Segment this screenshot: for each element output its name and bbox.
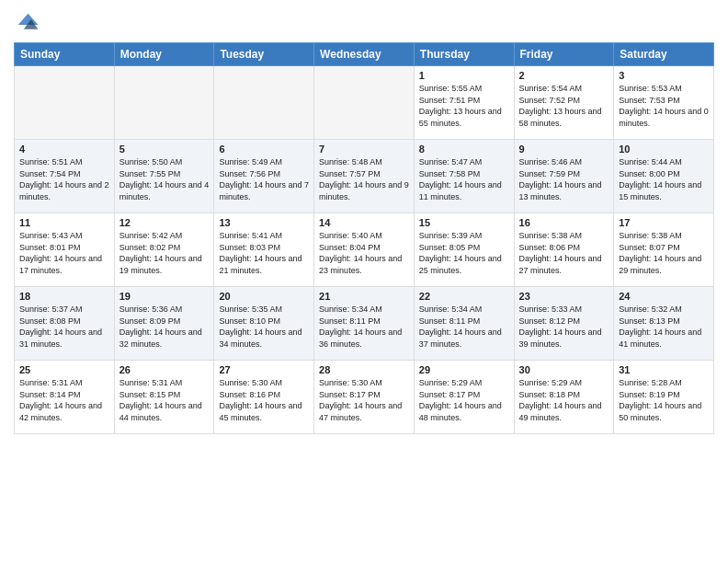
calendar-cell: 4 Sunrise: 5:51 AM Sunset: 7:54 PM Dayli… <box>15 140 115 213</box>
day-info: Sunrise: 5:49 AM Sunset: 7:56 PM Dayligh… <box>219 156 309 202</box>
day-info: Sunrise: 5:38 AM Sunset: 8:06 PM Dayligh… <box>519 230 609 276</box>
calendar-cell: 18 Sunrise: 5:37 AM Sunset: 8:08 PM Dayl… <box>15 287 115 361</box>
weekday-header-thursday: Thursday <box>414 43 514 66</box>
week-row-2: 4 Sunrise: 5:51 AM Sunset: 7:54 PM Dayli… <box>15 140 714 213</box>
day-info: Sunrise: 5:29 AM Sunset: 8:18 PM Dayligh… <box>519 377 609 423</box>
calendar-cell: 27 Sunrise: 5:30 AM Sunset: 8:16 PM Dayl… <box>214 361 314 434</box>
day-info: Sunrise: 5:34 AM Sunset: 8:11 PM Dayligh… <box>319 304 409 350</box>
day-number: 5 <box>119 144 210 155</box>
calendar-cell: 13 Sunrise: 5:41 AM Sunset: 8:03 PM Dayl… <box>214 213 314 287</box>
day-number: 28 <box>319 364 409 375</box>
day-number: 15 <box>419 217 509 228</box>
calendar-cell: 21 Sunrise: 5:34 AM Sunset: 8:11 PM Dayl… <box>314 287 415 361</box>
week-row-4: 18 Sunrise: 5:37 AM Sunset: 8:08 PM Dayl… <box>15 287 714 361</box>
weekday-header-saturday: Saturday <box>614 43 714 66</box>
calendar-cell: 14 Sunrise: 5:40 AM Sunset: 8:04 PM Dayl… <box>314 213 415 287</box>
calendar-cell: 29 Sunrise: 5:29 AM Sunset: 8:17 PM Dayl… <box>414 361 514 434</box>
calendar-cell: 6 Sunrise: 5:49 AM Sunset: 7:56 PM Dayli… <box>214 140 314 213</box>
day-number: 22 <box>419 291 509 302</box>
day-number: 31 <box>619 364 709 375</box>
day-info: Sunrise: 5:48 AM Sunset: 7:57 PM Dayligh… <box>319 156 409 202</box>
day-number: 9 <box>519 144 609 155</box>
day-info: Sunrise: 5:28 AM Sunset: 8:19 PM Dayligh… <box>619 377 709 423</box>
weekday-header-sunday: Sunday <box>15 43 115 66</box>
day-number: 13 <box>219 217 309 228</box>
day-number: 17 <box>619 217 709 228</box>
weekday-header-tuesday: Tuesday <box>214 43 314 66</box>
day-info: Sunrise: 5:31 AM Sunset: 8:15 PM Dayligh… <box>119 377 210 423</box>
day-number: 19 <box>119 291 210 302</box>
page: SundayMondayTuesdayWednesdayThursdayFrid… <box>0 0 728 443</box>
day-number: 29 <box>419 364 509 375</box>
calendar-cell: 12 Sunrise: 5:42 AM Sunset: 8:02 PM Dayl… <box>114 213 214 287</box>
calendar: SundayMondayTuesdayWednesdayThursdayFrid… <box>14 42 714 434</box>
day-number: 11 <box>19 217 109 228</box>
day-info: Sunrise: 5:33 AM Sunset: 8:12 PM Dayligh… <box>519 304 609 350</box>
calendar-cell: 20 Sunrise: 5:35 AM Sunset: 8:10 PM Dayl… <box>214 287 314 361</box>
day-number: 12 <box>119 217 210 228</box>
day-number: 4 <box>19 144 109 155</box>
day-info: Sunrise: 5:42 AM Sunset: 8:02 PM Dayligh… <box>119 230 210 276</box>
day-number: 16 <box>519 217 609 228</box>
day-number: 2 <box>519 70 609 81</box>
day-number: 18 <box>19 291 109 302</box>
day-info: Sunrise: 5:50 AM Sunset: 7:55 PM Dayligh… <box>119 156 210 202</box>
calendar-cell <box>314 66 415 140</box>
day-number: 7 <box>319 144 409 155</box>
day-info: Sunrise: 5:37 AM Sunset: 8:08 PM Dayligh… <box>19 304 109 350</box>
day-info: Sunrise: 5:36 AM Sunset: 8:09 PM Dayligh… <box>119 304 210 350</box>
day-info: Sunrise: 5:54 AM Sunset: 7:52 PM Dayligh… <box>519 83 609 129</box>
weekday-header-wednesday: Wednesday <box>314 43 415 66</box>
calendar-cell: 24 Sunrise: 5:32 AM Sunset: 8:13 PM Dayl… <box>614 287 714 361</box>
calendar-cell: 30 Sunrise: 5:29 AM Sunset: 8:18 PM Dayl… <box>514 361 614 434</box>
calendar-cell: 17 Sunrise: 5:38 AM Sunset: 8:07 PM Dayl… <box>614 213 714 287</box>
calendar-cell: 8 Sunrise: 5:47 AM Sunset: 7:58 PM Dayli… <box>414 140 514 213</box>
calendar-cell: 31 Sunrise: 5:28 AM Sunset: 8:19 PM Dayl… <box>614 361 714 434</box>
day-info: Sunrise: 5:40 AM Sunset: 8:04 PM Dayligh… <box>319 230 409 276</box>
calendar-cell: 5 Sunrise: 5:50 AM Sunset: 7:55 PM Dayli… <box>114 140 214 213</box>
calendar-cell: 26 Sunrise: 5:31 AM Sunset: 8:15 PM Dayl… <box>114 361 214 434</box>
calendar-cell: 11 Sunrise: 5:43 AM Sunset: 8:01 PM Dayl… <box>15 213 115 287</box>
day-info: Sunrise: 5:55 AM Sunset: 7:51 PM Dayligh… <box>419 83 509 129</box>
day-number: 24 <box>619 291 709 302</box>
calendar-cell <box>15 66 115 140</box>
calendar-cell: 16 Sunrise: 5:38 AM Sunset: 8:06 PM Dayl… <box>514 213 614 287</box>
calendar-cell: 7 Sunrise: 5:48 AM Sunset: 7:57 PM Dayli… <box>314 140 415 213</box>
calendar-cell: 3 Sunrise: 5:53 AM Sunset: 7:53 PM Dayli… <box>614 66 714 140</box>
day-number: 3 <box>619 70 709 81</box>
day-info: Sunrise: 5:30 AM Sunset: 8:17 PM Dayligh… <box>319 377 409 423</box>
calendar-cell <box>214 66 314 140</box>
day-info: Sunrise: 5:46 AM Sunset: 7:59 PM Dayligh… <box>519 156 609 202</box>
day-number: 23 <box>519 291 609 302</box>
weekday-header-monday: Monday <box>114 43 214 66</box>
calendar-cell: 25 Sunrise: 5:31 AM Sunset: 8:14 PM Dayl… <box>15 361 115 434</box>
calendar-cell: 1 Sunrise: 5:55 AM Sunset: 7:51 PM Dayli… <box>414 66 514 140</box>
weekday-header-friday: Friday <box>514 43 614 66</box>
weekday-header-row: SundayMondayTuesdayWednesdayThursdayFrid… <box>15 43 714 66</box>
week-row-1: 1 Sunrise: 5:55 AM Sunset: 7:51 PM Dayli… <box>15 66 714 140</box>
day-number: 27 <box>219 364 309 375</box>
day-number: 26 <box>119 364 210 375</box>
day-info: Sunrise: 5:51 AM Sunset: 7:54 PM Dayligh… <box>19 156 109 202</box>
calendar-cell: 9 Sunrise: 5:46 AM Sunset: 7:59 PM Dayli… <box>514 140 614 213</box>
calendar-cell: 2 Sunrise: 5:54 AM Sunset: 7:52 PM Dayli… <box>514 66 614 140</box>
day-info: Sunrise: 5:32 AM Sunset: 8:13 PM Dayligh… <box>619 304 709 350</box>
header <box>14 9 714 35</box>
week-row-5: 25 Sunrise: 5:31 AM Sunset: 8:14 PM Dayl… <box>15 361 714 434</box>
day-info: Sunrise: 5:35 AM Sunset: 8:10 PM Dayligh… <box>219 304 309 350</box>
day-info: Sunrise: 5:30 AM Sunset: 8:16 PM Dayligh… <box>219 377 309 423</box>
day-number: 25 <box>19 364 109 375</box>
calendar-cell: 10 Sunrise: 5:44 AM Sunset: 8:00 PM Dayl… <box>614 140 714 213</box>
day-number: 20 <box>219 291 309 302</box>
calendar-cell: 28 Sunrise: 5:30 AM Sunset: 8:17 PM Dayl… <box>314 361 415 434</box>
day-info: Sunrise: 5:31 AM Sunset: 8:14 PM Dayligh… <box>19 377 109 423</box>
day-number: 1 <box>419 70 509 81</box>
week-row-3: 11 Sunrise: 5:43 AM Sunset: 8:01 PM Dayl… <box>15 213 714 287</box>
logo <box>14 9 43 35</box>
day-info: Sunrise: 5:47 AM Sunset: 7:58 PM Dayligh… <box>419 156 509 202</box>
day-info: Sunrise: 5:29 AM Sunset: 8:17 PM Dayligh… <box>419 377 509 423</box>
day-number: 6 <box>219 144 309 155</box>
calendar-cell: 19 Sunrise: 5:36 AM Sunset: 8:09 PM Dayl… <box>114 287 214 361</box>
day-info: Sunrise: 5:53 AM Sunset: 7:53 PM Dayligh… <box>619 83 709 129</box>
day-info: Sunrise: 5:38 AM Sunset: 8:07 PM Dayligh… <box>619 230 709 276</box>
